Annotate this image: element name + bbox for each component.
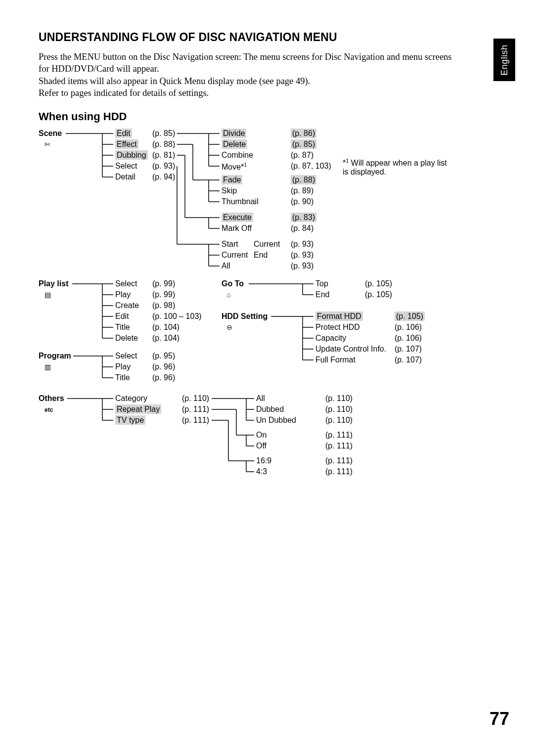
page-ref: (p. 90) [291, 197, 313, 206]
footnote: *1 Will appear when a play list is displ… [343, 158, 451, 177]
page-ref: (p. 87) [291, 151, 313, 160]
scene-child: Select [115, 162, 137, 171]
page-ref: (p. 110) [325, 405, 353, 414]
page-ref: (p. 93) [291, 251, 313, 260]
repeat-child: On [256, 431, 267, 440]
root-hddsetting: HDD Setting [222, 312, 267, 321]
root-goto: Go To [222, 279, 244, 288]
page-ref: (p. 88) [152, 140, 175, 149]
select-child: All [222, 262, 230, 270]
scene-child: Effect [115, 140, 138, 149]
program-child: Title [115, 373, 130, 382]
intro-text: Press the MENU button on the Disc Naviga… [39, 51, 454, 99]
playlist-child: Title [115, 323, 130, 332]
intro-line: Refer to pages indicated for details of … [39, 87, 454, 99]
page-number: 77 [490, 709, 509, 729]
page-ref: (p. 83) [291, 213, 316, 222]
page-ref: (p. 87, 103) [291, 162, 331, 171]
page-ref: (p. 86) [291, 129, 316, 138]
playlist-child: Play [115, 290, 131, 299]
root-program: Program [39, 352, 71, 360]
select-child: Current [222, 251, 248, 260]
others-child: Repeat Play [115, 405, 161, 414]
playlist-child: Delete [115, 334, 138, 343]
others-child: TV type [115, 416, 145, 425]
scene-icon: ✄ [44, 140, 50, 149]
page-ref: (p. 95) [152, 352, 175, 360]
page-ref: (p. 100 – 103) [152, 312, 202, 321]
menu-tree: Scene✄Edit(p. 85)Effect(p. 88)Dubbing(p.… [39, 129, 498, 487]
page-ref: (p. 111) [182, 416, 209, 425]
effect-child: Fade [222, 176, 242, 184]
scene-child: Edit [115, 129, 132, 138]
page-ref: (p. 110) [325, 394, 353, 403]
page-ref: (p. 111) [325, 467, 353, 476]
hddset-child: Full Format [315, 356, 356, 364]
page-ref: (p. 111) [325, 431, 353, 440]
dubbing-child: Mark Off [222, 224, 252, 233]
page-ref: (p. 104) [152, 323, 179, 332]
category-child: All [256, 394, 265, 403]
intro-line: Press the MENU button on the Disc Naviga… [39, 51, 454, 75]
page-title: UNDERSTANDING FLOW OF DISC NAVIGATION ME… [39, 31, 498, 44]
edit-child: Combine [222, 151, 253, 160]
page-ref: (p. 111) [325, 456, 353, 465]
hddset-child: Update Control Info. [315, 345, 386, 354]
category-child: Dubbed [256, 405, 284, 414]
hddset-child: Protect HDD [315, 323, 360, 332]
page-ref: (p. 105) [395, 312, 425, 321]
tvtype-child: 4:3 [256, 467, 267, 476]
hddset-child: Format HDD [315, 312, 363, 321]
intro-line: Shaded items will also appear in Quick M… [39, 75, 454, 87]
page-ref: (p. 93) [291, 262, 313, 270]
page-ref: (p. 96) [152, 373, 175, 382]
edit-child: Delete [222, 140, 247, 149]
dubbing-child: Execute [222, 213, 253, 222]
edit-child: Divide [222, 129, 246, 138]
page-ref: (p. 93) [291, 240, 313, 249]
connector-lines [39, 129, 498, 487]
goto-child: Top [315, 279, 328, 288]
page-ref: (p. 107) [395, 345, 422, 354]
page-ref: (p. 85) [291, 140, 316, 149]
goto-icon: ⌂ [226, 290, 230, 299]
page-ref: (p. 111) [182, 405, 209, 414]
page-ref: (p. 110) [182, 394, 209, 403]
page-ref: (p. 105) [365, 290, 392, 299]
program-child: Play [115, 362, 131, 371]
page-ref: (p. 99) [152, 290, 175, 299]
page-ref: (p. 111) [325, 442, 353, 450]
scene-child: Detail [115, 173, 135, 181]
page-ref: (p. 104) [152, 334, 179, 343]
page-ref: (p. 85) [152, 129, 175, 138]
hddset-child: Capacity [315, 334, 346, 343]
language-label: English [499, 44, 510, 76]
select-child: Start [222, 240, 238, 249]
page-ref: (p. 88) [291, 176, 316, 184]
others-child: Category [115, 394, 147, 403]
page-ref: (p. 107) [395, 356, 422, 364]
playlist-child: Create [115, 301, 139, 310]
effect-child: Skip [222, 186, 237, 195]
playlist-child: Select [115, 279, 137, 288]
effect-child: Thumbnail [222, 197, 259, 206]
root-others: Others [39, 394, 64, 403]
category-child: Un Dubbed [256, 416, 296, 425]
page-ref: (p. 110) [325, 416, 353, 425]
playlist-icon: ▤ [44, 290, 51, 299]
page-ref: (p. 94) [152, 173, 175, 181]
program-child: Select [115, 352, 137, 360]
edit-child: Move*1 [222, 162, 247, 172]
page-ref: (p. 105) [365, 279, 392, 288]
page-ref: (p. 96) [152, 362, 175, 371]
page-ref: (p. 84) [291, 224, 313, 233]
scene-child: Dubbing [115, 151, 148, 160]
others-icon: etc [44, 405, 53, 414]
repeat-child: Off [256, 442, 267, 450]
root-scene: Scene [39, 129, 62, 138]
page-ref: (p. 81) [152, 151, 175, 160]
page-ref: (p. 99) [152, 279, 175, 288]
page-ref: (p. 106) [395, 334, 422, 343]
program-icon: ▥ [44, 362, 51, 371]
goto-child: End [315, 290, 329, 299]
